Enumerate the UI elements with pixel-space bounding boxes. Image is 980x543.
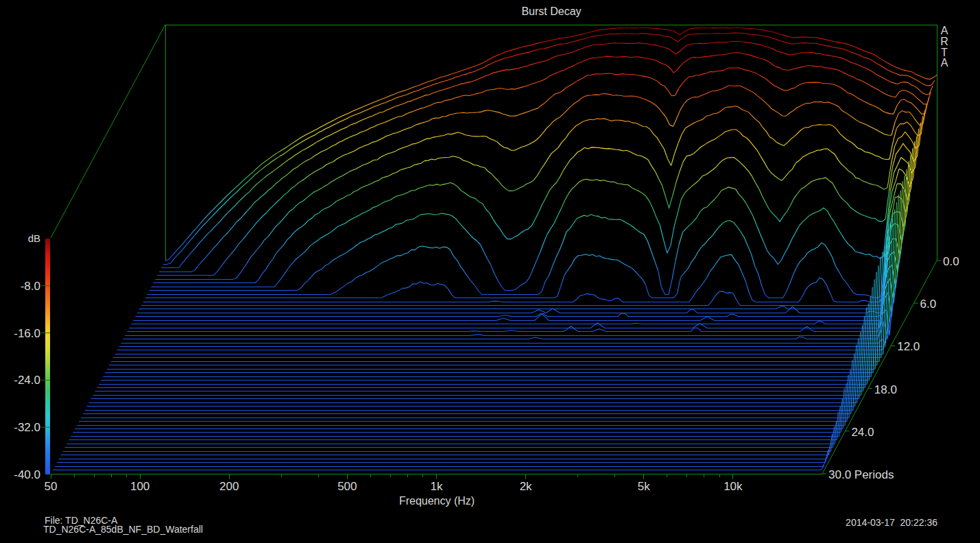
svg-text:-40.0: -40.0 — [14, 468, 40, 481]
svg-text:Burst Decay: Burst Decay — [521, 5, 581, 17]
svg-text:18.0: 18.0 — [874, 383, 897, 396]
svg-text:-32.0: -32.0 — [14, 421, 40, 434]
svg-text:5k: 5k — [638, 480, 650, 493]
svg-text:0.0: 0.0 — [943, 255, 959, 268]
svg-text:T: T — [941, 47, 948, 58]
svg-text:-24.0: -24.0 — [14, 374, 40, 387]
svg-text:-16.0: -16.0 — [14, 327, 40, 340]
svg-text:50: 50 — [45, 480, 58, 493]
svg-text:TD_N26C-A_85dB_NF_BD_Waterfall: TD_N26C-A_85dB_NF_BD_Waterfall — [43, 524, 203, 535]
svg-text:R: R — [940, 36, 948, 47]
svg-text:A: A — [941, 25, 948, 36]
svg-text:A: A — [941, 57, 948, 69]
svg-text:12.0: 12.0 — [897, 340, 920, 353]
svg-text:2014-03-17 20:22:36: 2014-03-17 20:22:36 — [846, 517, 937, 528]
svg-text:Frequency (Hz): Frequency (Hz) — [399, 495, 475, 507]
svg-text:dB: dB — [28, 232, 40, 244]
svg-text:30.0 Periods: 30.0 Periods — [828, 468, 894, 481]
svg-text:2k: 2k — [520, 480, 532, 493]
svg-text:200: 200 — [219, 480, 239, 493]
svg-text:100: 100 — [130, 480, 150, 493]
svg-text:10k: 10k — [724, 480, 743, 493]
svg-text:-8.0: -8.0 — [21, 280, 40, 293]
svg-text:500: 500 — [337, 480, 357, 493]
svg-text:1k: 1k — [431, 480, 443, 493]
svg-text:24.0: 24.0 — [851, 426, 874, 439]
svg-text:6.0: 6.0 — [920, 298, 937, 311]
